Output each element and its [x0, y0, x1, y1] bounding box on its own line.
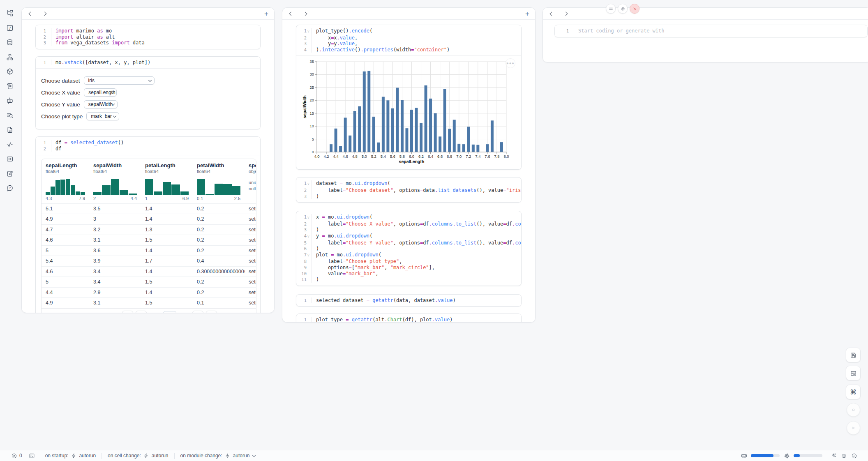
scroll-left-button[interactable] [288, 11, 294, 16]
code-editor[interactable]: 1 Start coding or generate with [555, 25, 867, 37]
code-line[interactable]: 1selected_dataset = getattr(data, datase… [298, 297, 518, 304]
cell-xy-dropdowns[interactable]: 1x = mo.ui.dropdown(2 label="Choose X va… [296, 211, 522, 286]
code-line[interactable]: 6) [298, 246, 518, 252]
code-line[interactable]: 3from vega_datasets import data [37, 40, 257, 46]
search-logs-icon[interactable] [6, 112, 14, 119]
add-cell-button[interactable]: + [264, 10, 268, 17]
code-line[interactable]: 8 label="Choose plot type", [298, 258, 518, 265]
column-header[interactable]: petalLengthfloat6416.9 [141, 159, 193, 203]
snippets-icon[interactable] [6, 155, 14, 163]
column-header[interactable]: petalWidthfloat640.12.5 [193, 159, 245, 203]
code-line[interactable]: 11) [298, 277, 518, 283]
search-icon[interactable] [46, 313, 52, 313]
on-startup-setting[interactable]: on startup: autorun [45, 452, 96, 459]
code-editor[interactable]: 1import marimo as mo2import altair as al… [36, 25, 260, 49]
code-line[interactable]: 9 options=["mark_bar", "mark_circle"], [298, 265, 518, 271]
code-line[interactable]: 1 Start coding or generate with [556, 28, 864, 34]
dataset-dropdown[interactable]: iris [84, 76, 155, 85]
code-line[interactable]: 5 label="Choose Y value", options=df.col… [298, 240, 518, 246]
scroll-left-button[interactable] [28, 11, 33, 16]
tracing-icon[interactable] [6, 141, 14, 148]
scroll-right-button[interactable] [563, 11, 568, 16]
code-editor[interactable]: 1df = selected_dataset()2df [36, 137, 260, 154]
run-button[interactable] [847, 421, 860, 435]
settings-button[interactable] [618, 4, 628, 14]
cell-imports[interactable]: 1import marimo as mo2import altair as al… [35, 25, 261, 49]
cell-dataframe[interactable]: 1df = selected_dataset()2df sepalLengthf… [35, 136, 261, 313]
menu-button[interactable] [606, 4, 616, 14]
datasources-icon[interactable] [6, 39, 14, 46]
cell-selected-dataset[interactable]: 1selected_dataset = getattr(data, datase… [296, 294, 522, 307]
layout-button[interactable] [846, 366, 861, 380]
code-editor[interactable]: 1mo.vstack([dataset, x, y, plot]) [36, 57, 260, 69]
code-line[interactable]: 10 value="mark_bar", [298, 271, 518, 277]
code-line[interactable]: 1mo.vstack([dataset, x, y, plot]) [37, 60, 257, 66]
code-line[interactable]: 3) [298, 227, 518, 233]
code-line[interactable]: 1plot_type().encode( [298, 28, 518, 35]
bar-chart[interactable]: 4.04.24.44.64.85.05.25.45.65.86.06.26.46… [302, 59, 510, 165]
stop-button[interactable] [847, 403, 860, 417]
plot-type-dropdown[interactable]: mark_bar [86, 112, 119, 120]
documentation-icon[interactable] [6, 126, 14, 134]
code-line[interactable]: 2df [37, 146, 257, 152]
terminal-icon[interactable] [29, 452, 35, 459]
last-page-button[interactable]: » [206, 311, 217, 313]
code-editor[interactable]: 1x = mo.ui.dropdown(2 label="Choose X va… [296, 211, 521, 286]
cell-plot-type[interactable]: 1plot_type = getattr(alt.Chart(df), plot… [296, 313, 522, 323]
packages-icon[interactable] [6, 68, 14, 75]
cell-dataset-dropdown[interactable]: 1dataset = mo.ui.dropdown(2 label="Choos… [296, 177, 522, 203]
copilot-icon[interactable] [840, 452, 847, 459]
scroll-right-button[interactable] [42, 11, 47, 16]
code-editor[interactable]: 1selected_dataset = getattr(data, datase… [296, 295, 521, 307]
scroll-right-button[interactable] [302, 11, 308, 16]
code-line[interactable]: 2 x=x.value, [298, 35, 518, 41]
code-line[interactable]: 2import altair as alt [37, 34, 257, 40]
code-line[interactable]: 2 label="Choose X value", options=df.col… [298, 221, 518, 227]
code-line[interactable]: 3) [298, 194, 518, 200]
code-line[interactable]: 1dataset = mo.ui.dropdown( [298, 180, 518, 187]
keyboard-shortcuts-button[interactable]: ⌘ [846, 385, 861, 399]
scratchpad-icon[interactable] [6, 170, 14, 177]
save-button[interactable] [846, 348, 861, 362]
x-value-dropdown[interactable]: sepalLength [84, 88, 117, 97]
on-cell-change-setting[interactable]: on cell change: autorun [108, 452, 168, 459]
next-page-button[interactable]: › [192, 311, 203, 313]
page-select[interactable]: 1 [163, 311, 177, 313]
y-value-dropdown[interactable]: sepalWidth [84, 100, 118, 108]
code-editor[interactable]: 1plot_type().encode(2 x=x.value,3 y=y.va… [296, 25, 521, 55]
cell-empty[interactable]: 1 Start coding or generate with [554, 25, 868, 37]
generate-link[interactable]: generate [626, 28, 650, 34]
column-header[interactable]: sepalLengthfloat644.37.9 [42, 159, 89, 203]
code-line[interactable]: 1plot_type = getattr(alt.Chart(df), plot… [298, 317, 518, 323]
close-button[interactable] [630, 4, 639, 14]
code-line[interactable]: 2 label="Choose dataset", options=data.l… [298, 187, 518, 194]
code-line[interactable]: 7plot = mo.ui.dropdown( [298, 252, 518, 259]
cell-plot[interactable]: 1plot_type().encode(2 x=x.value,3 y=y.va… [296, 25, 522, 170]
logs-icon[interactable] [6, 83, 14, 90]
editor-placeholder[interactable]: Start coding or generate with [574, 28, 665, 34]
add-cell-button[interactable]: + [525, 10, 529, 17]
functions-icon[interactable]: ƒ [6, 24, 14, 32]
column-header[interactable]: sepalWidthfloat6424.4 [89, 159, 141, 203]
file-tree-icon[interactable] [6, 9, 14, 17]
code-line[interactable]: 4).interactive().properties(width="conta… [298, 47, 518, 53]
download-button[interactable]: Download [223, 312, 251, 313]
code-line[interactable]: 1df = selected_dataset() [37, 140, 257, 146]
prev-page-button[interactable]: ‹ [136, 311, 147, 313]
code-editor[interactable]: 1dataset = mo.ui.dropdown(2 label="Choos… [296, 177, 521, 202]
on-module-change-setting[interactable]: on module change: autorun [180, 452, 256, 459]
errors-icon[interactable] [11, 452, 17, 459]
help-icon[interactable]: ? [6, 184, 14, 192]
first-page-button[interactable]: « [122, 311, 133, 313]
connection-status-icon[interactable] [851, 452, 857, 459]
cell-vstack[interactable]: 1mo.vstack([dataset, x, y, plot]) Choose… [35, 56, 261, 130]
column-header[interactable]: speciesobjectuniquenulls: [245, 159, 256, 203]
scroll-left-button[interactable] [549, 11, 554, 16]
ai-sparkles-icon[interactable] [830, 452, 837, 459]
code-line[interactable]: 3 y=y.value, [298, 41, 518, 47]
code-line[interactable]: 1import marimo as mo [37, 28, 257, 34]
chart-actions-button[interactable]: ●●● [506, 58, 515, 68]
code-line[interactable]: 1x = mo.ui.dropdown( [298, 214, 518, 221]
chat-icon[interactable] [6, 97, 14, 104]
dependency-graph-icon[interactable] [6, 53, 14, 61]
